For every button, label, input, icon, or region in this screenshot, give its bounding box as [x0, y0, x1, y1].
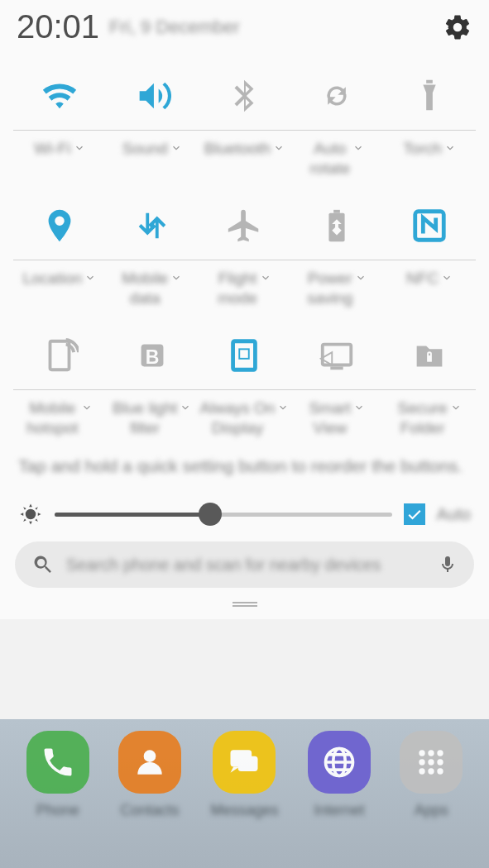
airplane-icon: [199, 197, 291, 255]
clock-date: Fri, 9 December: [109, 17, 240, 38]
reorder-hint: Tap and hold a quick setting button to r…: [0, 440, 489, 480]
handle-icon: [233, 601, 257, 608]
bluetooth-icon: [199, 67, 291, 125]
chevron-down-icon[interactable]: [260, 272, 271, 284]
dock-item-phone[interactable]: Phone: [26, 731, 89, 819]
chevron-down-icon[interactable]: [170, 142, 182, 154]
sound-icon: [106, 67, 199, 125]
dock-label: Phone: [36, 802, 79, 819]
notification-panel: 20:01 Fri, 9 December Wi-Fi Sound: [0, 0, 489, 619]
chevron-down-icon[interactable]: [84, 272, 96, 284]
blue-light-icon: [106, 327, 199, 384]
qs-tile-nfc[interactable]: NFC: [383, 180, 476, 310]
mobile-data-icon: [106, 197, 199, 255]
settings-button[interactable]: [443, 12, 472, 42]
dock-item-internet[interactable]: Internet: [308, 731, 371, 819]
dock-item-contacts[interactable]: Contacts: [118, 731, 181, 819]
phone-icon: [26, 731, 89, 794]
clock-time: 20:01: [17, 8, 99, 45]
globe-icon: [308, 731, 371, 794]
chevron-down-icon[interactable]: [81, 402, 93, 413]
chevron-down-icon[interactable]: [74, 142, 85, 154]
messages-icon: [213, 731, 276, 794]
qs-tile-location[interactable]: Location: [13, 180, 106, 310]
brightness-slider-fill: [55, 513, 210, 517]
chevron-down-icon[interactable]: [180, 402, 191, 413]
qs-tile-sound[interactable]: Sound: [106, 50, 199, 180]
qs-label: Wi-Fi: [34, 139, 70, 159]
qs-tile-torch[interactable]: Torch: [383, 50, 476, 180]
dock: Phone Contacts Messages Internet Apps: [0, 719, 489, 819]
dock-item-apps[interactable]: Apps: [400, 731, 463, 819]
qs-label: Bluetooth: [204, 139, 271, 159]
nfc-icon: [383, 197, 476, 255]
brightness-icon: [18, 502, 43, 527]
aod-icon: [199, 327, 291, 384]
dock-label: Messages: [210, 802, 278, 819]
apps-grid-icon: [400, 731, 463, 794]
qs-label: SecureFolder: [397, 398, 447, 438]
rotate-icon: [290, 67, 383, 125]
chevron-down-icon[interactable]: [444, 142, 456, 154]
search-icon: [31, 553, 55, 576]
panel-handle[interactable]: [0, 596, 489, 619]
dock-item-messages[interactable]: Messages: [210, 731, 278, 819]
qs-label: Mobiledata: [122, 269, 168, 308]
chevron-down-icon[interactable]: [441, 272, 453, 284]
chevron-down-icon[interactable]: [170, 272, 182, 284]
qs-label: Powersaving: [307, 269, 352, 308]
qs-label: Mobilehotspot: [26, 398, 78, 438]
chevron-down-icon[interactable]: [450, 402, 462, 413]
qs-label: SmartView: [309, 398, 351, 438]
cast-icon: [290, 327, 383, 384]
qs-tile-blue-light[interactable]: Blue lightfilter: [106, 310, 199, 440]
chevron-down-icon[interactable]: [355, 272, 367, 284]
dock-label: Apps: [415, 802, 448, 819]
qs-label: Flightmode: [218, 269, 257, 308]
quick-settings-grid: Wi-Fi Sound Bluetooth: [0, 50, 489, 440]
chevron-down-icon[interactable]: [352, 142, 364, 154]
chevron-down-icon[interactable]: [277, 402, 289, 413]
panel-header: 20:01 Fri, 9 December: [0, 0, 489, 50]
qs-tile-secure-folder[interactable]: SecureFolder: [383, 310, 476, 440]
torch-icon: [383, 67, 476, 125]
battery-recycle-icon: [290, 197, 383, 255]
chevron-down-icon[interactable]: [273, 142, 285, 154]
brightness-slider-thumb[interactable]: [199, 503, 222, 526]
dock-label: Contacts: [121, 802, 180, 819]
chevron-down-icon[interactable]: [353, 402, 365, 413]
brightness-row: Auto: [0, 480, 489, 541]
dock-label: Internet: [314, 802, 364, 819]
qs-tile-power-saving[interactable]: Powersaving: [290, 180, 383, 310]
secure-folder-icon: [383, 327, 476, 384]
hotspot-icon: [13, 327, 106, 384]
qs-tile-bluetooth[interactable]: Bluetooth: [199, 50, 291, 180]
qs-label: Autorotate: [309, 139, 350, 179]
search-placeholder: Search phone and scan for nearby devices: [66, 556, 426, 575]
check-icon: [406, 506, 423, 522]
qs-label: Torch: [403, 139, 441, 159]
qs-tile-wifi[interactable]: Wi-Fi: [13, 50, 106, 180]
search-bar[interactable]: Search phone and scan for nearby devices: [15, 541, 474, 588]
mic-icon[interactable]: [438, 555, 458, 575]
qs-label: Sound: [122, 139, 168, 159]
qs-tile-auto-rotate[interactable]: Autorotate: [290, 50, 383, 180]
qs-label: Blue lightfilter: [113, 398, 177, 438]
qs-tile-flight-mode[interactable]: Flightmode: [199, 180, 291, 310]
qs-tile-mobile-data[interactable]: Mobiledata: [106, 180, 199, 310]
qs-tile-aod[interactable]: Always OnDisplay: [199, 310, 291, 440]
dock-background: Phone Contacts Messages Internet Apps: [0, 719, 489, 868]
qs-label: NFC: [406, 269, 439, 289]
brightness-slider[interactable]: [55, 513, 392, 517]
qs-tile-mobile-hotspot[interactable]: Mobilehotspot: [13, 310, 106, 440]
gear-icon: [443, 12, 472, 42]
auto-brightness-checkbox[interactable]: [404, 503, 425, 525]
contacts-icon: [118, 731, 181, 794]
location-icon: [13, 197, 106, 255]
auto-brightness-label: Auto: [437, 505, 471, 524]
wifi-icon: [13, 67, 106, 125]
qs-tile-smart-view[interactable]: SmartView: [290, 310, 383, 440]
qs-label: Always OnDisplay: [200, 398, 276, 438]
qs-label: Location: [22, 269, 82, 289]
